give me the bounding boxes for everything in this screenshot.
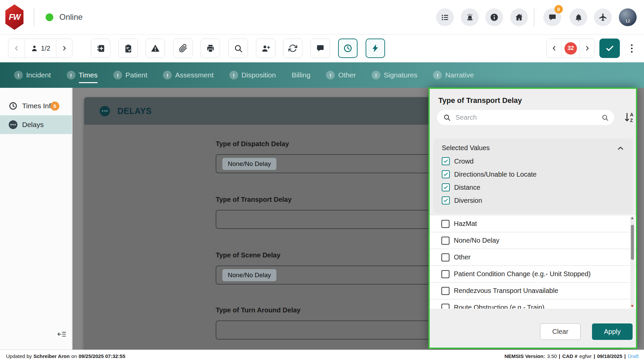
options-scrollbar[interactable]: [630, 216, 635, 308]
checkbox-unchecked[interactable]: [441, 253, 449, 261]
bell-icon[interactable]: [570, 8, 587, 26]
selected-values-card: Selected Values Crowd Directions/Unable …: [433, 138, 633, 214]
info-icon[interactable]: [485, 8, 503, 26]
warning-icon[interactable]: [146, 39, 165, 58]
selected-option-diversion[interactable]: Diversion: [442, 196, 537, 204]
search-submit-icon[interactable]: [601, 114, 609, 121]
tab-patient[interactable]: !Patient: [113, 71, 147, 79]
checkbox-unchecked[interactable]: [441, 220, 449, 228]
tab-assessment[interactable]: !Assessment: [163, 71, 213, 79]
section-sidebar: Times Info 5 Delays: [0, 88, 72, 350]
sidebar-collapse-icon[interactable]: [56, 329, 68, 339]
list-icon[interactable]: [436, 8, 454, 26]
validation-next-button[interactable]: [580, 39, 594, 58]
option-label: Directions/Unable to Locate: [454, 171, 537, 178]
alert-badge: !: [372, 71, 380, 79]
selected-option-distance[interactable]: Distance: [442, 183, 537, 191]
search-icon: [443, 114, 451, 121]
sidebar-item-times-info[interactable]: Times Info 5: [0, 97, 72, 115]
add-person-icon[interactable]: [256, 39, 275, 58]
record-next-button[interactable]: [56, 39, 72, 58]
option-label: None/No Delay: [454, 237, 499, 244]
search-input[interactable]: [455, 114, 597, 121]
tab-other[interactable]: !Other: [326, 71, 356, 79]
option-label: Route Obstruction (e.g.- Train): [454, 304, 544, 309]
checkbox-checked[interactable]: [442, 183, 450, 191]
more-menu-icon[interactable]: [627, 39, 637, 58]
option-label: HazMat: [454, 220, 477, 228]
draft-status-link[interactable]: Draft: [628, 353, 639, 359]
add-record-icon[interactable]: [91, 39, 110, 58]
option-none-no-delay[interactable]: None/No Delay: [430, 232, 636, 249]
record-meta-text: NEMSIS Version: 3.50 | CAD # egfwr | 09/…: [504, 350, 639, 362]
selected-option-crowd[interactable]: Crowd: [442, 157, 537, 165]
checkbox-unchecked[interactable]: [441, 237, 449, 245]
alert-badge: !: [229, 71, 238, 79]
home-icon[interactable]: [510, 8, 528, 26]
checkbox-unchecked[interactable]: [441, 270, 449, 278]
tab-narrative[interactable]: !Narrative: [433, 71, 474, 79]
validation-prev-button[interactable]: [547, 39, 561, 58]
updated-timestamp: 09/25/2025 07:32:55: [78, 353, 125, 359]
patient-pager[interactable]: 1/2: [24, 39, 56, 58]
tab-disposition[interactable]: !Disposition: [229, 71, 276, 79]
scroll-down-arrow[interactable]: [631, 305, 634, 307]
tab-incident[interactable]: !Incident: [14, 71, 51, 79]
option-label: Crowd: [454, 158, 474, 165]
scroll-up-arrow[interactable]: [631, 217, 634, 219]
sidebar-item-delays[interactable]: Delays: [0, 115, 72, 134]
airplane-icon[interactable]: [594, 8, 612, 26]
search-icon[interactable]: [228, 39, 248, 58]
scroll-thumb[interactable]: [631, 225, 634, 260]
options-list: HazMat None/No Delay Other Patient Condi…: [430, 216, 636, 309]
sidebar-item-label: Delays: [22, 121, 44, 129]
clear-button[interactable]: Clear: [540, 323, 581, 340]
online-status-dot: [46, 13, 53, 21]
tab-times[interactable]: !Times: [67, 71, 98, 79]
record-prev-button[interactable]: [8, 39, 24, 58]
apply-button[interactable]: Apply: [592, 323, 633, 340]
alert-badge: !: [433, 71, 442, 79]
siren-icon[interactable]: [461, 8, 479, 26]
option-hazmat[interactable]: HazMat: [430, 216, 636, 232]
cad-value: egfwr: [579, 353, 592, 359]
sync-icon[interactable]: [283, 39, 303, 58]
app-window: FW Online 0 12: [0, 0, 644, 362]
option-other[interactable]: Other: [430, 249, 636, 266]
option-route-obstruction[interactable]: Route Obstruction (e.g.- Train): [430, 299, 636, 309]
option-patient-condition-change[interactable]: Patient Condition Change (e.g.- Unit Sto…: [430, 266, 636, 283]
selected-option-directions[interactable]: Directions/Unable to Locate: [442, 170, 537, 178]
option-label: Other: [454, 253, 471, 261]
sort-az-icon[interactable]: AZ: [624, 111, 636, 124]
value-chip: None/No Delay: [222, 158, 276, 170]
attachment-icon[interactable]: [173, 39, 193, 58]
checkbox-checked[interactable]: [442, 157, 450, 165]
clipboard-check-icon[interactable]: [118, 39, 138, 58]
field-label-dispatch-delay: Type of Dispatch Delay: [216, 140, 289, 148]
validation-nav-group: 32: [546, 39, 595, 58]
comments-icon[interactable]: [311, 39, 330, 58]
app-logo[interactable]: FW: [5, 4, 23, 30]
checkbox-checked[interactable]: [442, 196, 450, 204]
panel-search: [437, 110, 614, 125]
panel-title: Type of Transport Delay: [438, 96, 522, 105]
tab-signatures[interactable]: !Signatures: [372, 71, 417, 79]
validation-count[interactable]: 32: [561, 39, 580, 58]
nemsis-label: NEMSIS Version:: [504, 353, 545, 359]
times-clock-icon[interactable]: [338, 39, 358, 58]
quick-actions-bolt-icon[interactable]: [366, 39, 385, 58]
checkbox-unchecked[interactable]: [441, 287, 449, 295]
save-check-button[interactable]: [599, 39, 620, 58]
checkbox-checked[interactable]: [442, 170, 450, 178]
checkbox-unchecked[interactable]: [441, 304, 449, 309]
tab-billing[interactable]: Billing: [291, 71, 310, 79]
alert-badge: !: [14, 71, 23, 79]
chevron-up-icon[interactable]: [616, 144, 625, 153]
user-avatar[interactable]: 12: [619, 8, 637, 26]
option-label: Rendezvous Transport Unavailable: [454, 287, 558, 295]
option-rendezvous-transport-unavailable[interactable]: Rendezvous Transport Unavailable: [430, 283, 636, 299]
print-icon[interactable]: [201, 39, 220, 58]
chat-count-badge: 0: [554, 5, 563, 13]
field-label-scene-delay: Type of Scene Delay: [216, 251, 280, 259]
clock-icon: [9, 102, 17, 110]
